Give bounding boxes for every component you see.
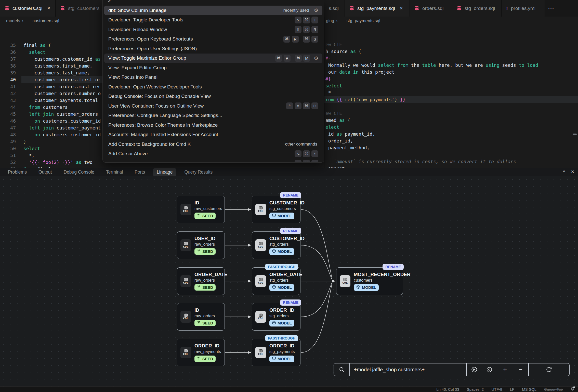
status-item-ln-40-col-33[interactable]: Ln 40, Col 33 [436, 387, 459, 391]
command-item[interactable]: Developer: Open Webview Developer Tools [104, 82, 322, 92]
line-number: 37 [0, 56, 16, 62]
breadcrumb-file[interactable]: customers.sql [32, 18, 59, 23]
command-item[interactable]: Preferences: Open Keyboard Shortcuts⌘R⌘S [104, 34, 322, 44]
command-item[interactable]: View: Expand Editor Group [104, 63, 322, 72]
badge-seed: SEED [194, 248, 216, 255]
close-panel-icon[interactable]: ✕ [571, 169, 574, 175]
lineage-node-staging-stg_orders-order_id[interactable]: RENAMECOLORDER_IDstg_ordersMODEL [252, 303, 300, 331]
code-line: amed as ( [325, 117, 350, 124]
lineage-search-input[interactable] [350, 363, 466, 376]
tab-customers-sql[interactable]: customers.sql✕ [0, 0, 56, 17]
code-area[interactable]: ew CTEh source as (#- Normally we would … [324, 25, 578, 168]
notifications-bell-icon[interactable] [570, 387, 574, 392]
dbt-logo-icon[interactable] [467, 363, 482, 376]
gear-icon[interactable]: ⚙ [314, 55, 318, 61]
lineage-node-target-customers-most_recent_order[interactable]: RENAMECOLMOST_RECENT_ORDERcustomersMODEL [336, 267, 403, 295]
tab-label: profiles.yml [511, 6, 535, 11]
line-number: 38 [0, 62, 16, 69]
command-item[interactable]: Add Cursor Above⌥⌘↑ [104, 149, 322, 159]
panel-tab-output[interactable]: Output [35, 168, 56, 176]
db-icon [414, 6, 419, 11]
collapse-panel-icon[interactable]: ^ [563, 169, 565, 175]
close-icon[interactable]: ✕ [400, 6, 403, 11]
badge-seed: SEED [194, 320, 216, 326]
tag-passthrough: PASSTHROUGH [265, 264, 298, 270]
command-item[interactable]: Add Context to Background for Cmd Kother… [104, 139, 322, 149]
lineage-node-source-raw_orders-id[interactable]: COLIDraw_ordersSEED [177, 303, 225, 331]
column-icon-label: COL [258, 245, 263, 249]
breadcrumb-folder[interactable]: models [6, 18, 20, 23]
command-item[interactable]: View: Focus into Panel [104, 73, 322, 82]
panel-tab-terminal[interactable]: Terminal [102, 168, 127, 176]
command-item[interactable]: Accounts: Manage Trusted Extensions For … [104, 130, 322, 139]
tab-s-sql[interactable]: s.sql [324, 0, 345, 17]
command-item[interactable]: User View Container: Focus on Outline Vi… [104, 101, 322, 111]
command-item-partial[interactable]: ⌥⌘↓ [104, 159, 322, 163]
breadcrumb-file[interactable]: stg_payments.sql [347, 18, 380, 23]
tab-profiles-yml[interactable]: !profiles.yml [502, 0, 545, 17]
keybinding-group: ⌘S [303, 36, 318, 43]
command-item[interactable]: Debug Console: Focus on Debug Console Vi… [104, 92, 322, 101]
zoom-out-button[interactable]: − [513, 363, 528, 376]
lineage-node-source-raw_customers-id[interactable]: COLIDraw_customersSEED [177, 196, 225, 223]
keycap: ⌘ [303, 26, 310, 33]
command-item[interactable]: Developer: Toggle Developer Tools⌥⌘I [104, 15, 322, 25]
badge-seed: SEED [194, 284, 216, 291]
lineage-node-source-raw_payments-order_id[interactable]: COLORDER_IDraw_paymentsSEED [177, 339, 225, 366]
column-icon-label: COL [183, 210, 188, 213]
breadcrumb[interactable]: models › customers.sql [0, 17, 59, 25]
zoom-in-button[interactable]: + [497, 363, 513, 376]
status-item-lf[interactable]: LF [510, 387, 515, 391]
command-input[interactable]: > [103, 0, 324, 5]
panel-tab-debug-console[interactable]: Debug Console [60, 168, 98, 176]
close-icon[interactable]: ✕ [47, 6, 50, 11]
lineage-node-source-raw_orders-user_id[interactable]: COLUSER_IDraw_ordersSEED [177, 231, 225, 259]
command-item[interactable]: Preferences: Configure Language Specific… [104, 111, 322, 120]
command-item[interactable]: Developer: Reload Window⇧⌘R [104, 25, 322, 34]
lineage-node-source-raw_orders-order_date[interactable]: COLORDER_DATEraw_ordersSEED [177, 267, 225, 295]
tab-orders-sql[interactable]: orders.sql [410, 0, 452, 17]
gear-icon[interactable]: ⚙ [314, 7, 318, 13]
badge-cube-icon [356, 285, 360, 290]
tab-stg_payments-sql[interactable]: stg_payments.sql✕ [345, 0, 410, 17]
command-item[interactable]: Preferences: Browse Color Themes in Mark… [104, 120, 322, 130]
editor-stg-payments[interactable]: ging › stg_payments.sql ew CTEh source a… [324, 17, 578, 168]
command-palette[interactable]: > dbt: Show Column Lineagerecently used⚙… [102, 0, 324, 163]
code-line: on customers.customer_id [23, 117, 101, 124]
column-icon: COL [340, 275, 350, 287]
code-line: amount [325, 165, 345, 168]
panel-tab-ports[interactable]: Ports [131, 168, 149, 176]
badge-label: SEED [202, 249, 213, 254]
column-icon-label: COL [183, 352, 188, 356]
command-item[interactable]: dbt: Show Column Lineagerecently used⚙ [104, 6, 322, 15]
code-line: left join customer_orders [23, 111, 98, 117]
command-item[interactable]: View: Toggle Maximize Editor Group⌘R⌘M⚙ [104, 54, 322, 63]
breadcrumb-folder[interactable]: ging [326, 18, 334, 23]
status-item-spaces-2[interactable]: Spaces: 2 [467, 387, 484, 391]
refresh-icon[interactable] [529, 363, 570, 376]
keycap: R [284, 55, 291, 62]
lineage-node-staging-stg_customers-customer_id[interactable]: RENAMECOLCUSTOMER_IDstg_customersMODEL [252, 196, 300, 223]
breadcrumb[interactable]: ging › stg_payments.sql [324, 17, 380, 25]
badge-cube-icon [272, 249, 276, 254]
focus-target-icon[interactable] [482, 363, 497, 376]
status-item-cursor-tab[interactable]: Cursor Tab [544, 387, 563, 391]
command-item[interactable]: Preferences: Open User Settings (JSON) [104, 44, 322, 53]
status-item-ms-sql[interactable]: MS SQL [522, 387, 536, 391]
lineage-node-staging-stg_payments-order_id[interactable]: PASSTHROUGHCOLORDER_IDstg_paymentsMODEL [252, 339, 300, 366]
panel-tab-query-results[interactable]: Query Results [180, 168, 216, 176]
node-table: customers [354, 278, 373, 283]
column-icon-label: COL [258, 317, 263, 320]
node-title: ORDER_DATE [194, 272, 228, 277]
db-icon [5, 6, 9, 11]
badge-model: MODEL [269, 320, 294, 326]
more-tabs-icon[interactable]: ⋯ [548, 0, 555, 17]
tab-stg_orders-sql[interactable]: stg_orders.sql [452, 0, 502, 17]
lineage-canvas[interactable]: COLIDraw_customersSEEDCOLUSER_IDraw_orde… [0, 176, 578, 386]
panel-tab-lineage[interactable]: Lineage [153, 168, 176, 176]
lineage-node-staging-stg_orders-customer_id[interactable]: RENAMECOLCUSTOMER_IDstg_ordersMODEL [252, 231, 300, 259]
line-number: 42 [0, 90, 16, 97]
status-item-utf-8[interactable]: UTF-8 [491, 387, 502, 391]
panel-tab-problems[interactable]: Problems [4, 168, 31, 176]
lineage-node-staging-stg_orders-order_date[interactable]: PASSTHROUGHCOLORDER_DATEstg_ordersMODEL [252, 267, 300, 295]
